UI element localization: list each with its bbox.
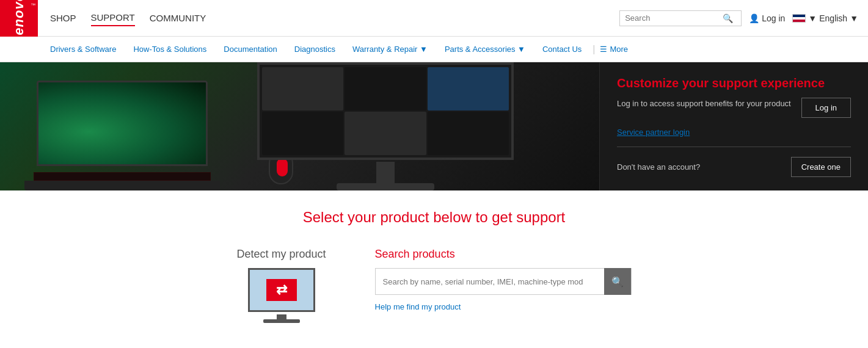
language-label: English	[819, 13, 847, 23]
main-content: Select your product below to get support…	[0, 190, 868, 335]
search-products-label: Search products	[375, 248, 455, 261]
subnav-diagnostics[interactable]: Diagnostics	[288, 45, 341, 54]
search-column: Search products 🔍 Help me find my produc…	[375, 248, 632, 311]
language-selector[interactable]: ▼ English ▼	[792, 13, 858, 23]
main-title: Select your product below to get support	[0, 209, 868, 226]
subnav-more[interactable]: ☰ More	[600, 45, 628, 54]
laptop-screen-content	[38, 82, 206, 164]
hero-right-panel: Customize your support experience Log in…	[599, 62, 868, 190]
monitor-tile	[345, 112, 426, 155]
subnav-documentation[interactable]: Documentation	[217, 45, 283, 54]
monitor-graphic	[245, 62, 526, 190]
lenovo-wordmark: Lenovo	[12, 0, 26, 44]
create-account-button[interactable]: Create one	[791, 157, 851, 177]
hero-divider	[617, 147, 851, 147]
monitor-tile	[262, 67, 343, 111]
hero-account-row: Don't have an account? Create one	[617, 157, 851, 177]
subnav-howtos[interactable]: How-Tos & Solutions	[127, 45, 213, 54]
chevron-down-icon: ▼	[808, 13, 817, 23]
lenovo-logo[interactable]: ™ Lenovo	[0, 0, 38, 37]
main-nav: SHOP SUPPORT COMMUNITY	[38, 10, 619, 26]
arrow-icon: ⇄	[276, 282, 287, 298]
laptop-screen	[37, 81, 208, 166]
sub-nav-separator: |	[593, 44, 595, 55]
subnav-drivers[interactable]: Drivers & Software	[44, 45, 122, 54]
nav-community[interactable]: COMMUNITY	[150, 10, 206, 26]
hero-image	[0, 62, 599, 190]
monitor-screen	[257, 62, 514, 160]
hero-section: Customize your support experience Log in…	[0, 62, 868, 190]
hero-login-row: Log in to access support benefits for yo…	[617, 98, 851, 118]
hero-login-button[interactable]: Log in	[801, 98, 851, 118]
search-label-text: Search	[375, 248, 410, 260]
detect-monitor-screen: ⇄	[248, 268, 315, 312]
nav-shop[interactable]: SHOP	[50, 10, 76, 26]
hero-background	[0, 62, 599, 190]
monitor-base	[337, 183, 434, 190]
sub-nav: Drivers & Software How-Tos & Solutions D…	[0, 37, 868, 62]
product-search-button[interactable]: 🔍	[604, 268, 631, 295]
detect-label: Detect my product	[236, 248, 326, 261]
service-partner-link[interactable]: Service partner login	[617, 128, 851, 137]
top-right-area: 🔍 👤 Log in ▼ English ▼	[619, 10, 868, 26]
product-search-box[interactable]: 🔍	[375, 268, 632, 295]
subnav-warranty[interactable]: Warranty & Repair ▼	[346, 45, 434, 54]
top-bar: ™ Lenovo SHOP SUPPORT COMMUNITY 🔍 👤 Log …	[0, 0, 868, 37]
monitor-tile	[345, 67, 426, 111]
more-label: More	[610, 45, 628, 54]
login-link[interactable]: 👤 Log in	[749, 13, 785, 23]
monitor-stand	[376, 162, 395, 183]
subnav-parts[interactable]: Parts & Accessories ▼	[439, 45, 531, 54]
search-icon: 🔍	[723, 13, 733, 23]
hamburger-icon: ☰	[600, 45, 607, 54]
detect-monitor-icon[interactable]: ⇄	[245, 268, 318, 323]
search-submit-icon: 🔍	[611, 276, 624, 288]
monitor-tile	[262, 112, 343, 155]
user-icon: 👤	[749, 13, 759, 23]
subnav-contact[interactable]: Contact Us	[536, 45, 588, 54]
laptop-graphic	[24, 81, 232, 190]
monitor-tile	[428, 67, 509, 111]
product-search-input[interactable]	[376, 269, 604, 294]
no-account-text: Don't have an account?	[617, 162, 700, 172]
product-section: Detect my product ⇄ Search products	[0, 248, 868, 323]
detect-monitor-base	[263, 319, 300, 323]
help-find-link[interactable]: Help me find my product	[375, 302, 461, 311]
flag-icon	[792, 14, 806, 23]
header-search-box[interactable]: 🔍	[619, 10, 742, 26]
monitor-tile	[428, 112, 509, 155]
login-label: Log in	[762, 13, 785, 23]
detect-arrow-graphic: ⇄	[266, 279, 297, 301]
search-label-highlight: products	[413, 248, 455, 260]
lang-chevron-icon: ▼	[850, 13, 858, 23]
header-search-input[interactable]	[625, 13, 723, 23]
laptop-base	[24, 181, 220, 190]
hero-title: Customize your support experience	[617, 76, 851, 90]
lenovo-tm: ™	[31, 2, 35, 8]
hero-subtitle: Log in to access support benefits for yo…	[617, 99, 791, 108]
detect-column: Detect my product ⇄	[236, 248, 326, 323]
laptop-keyboard	[34, 172, 211, 181]
nav-support[interactable]: SUPPORT	[91, 10, 135, 26]
monitor-screen-inner	[260, 65, 511, 158]
